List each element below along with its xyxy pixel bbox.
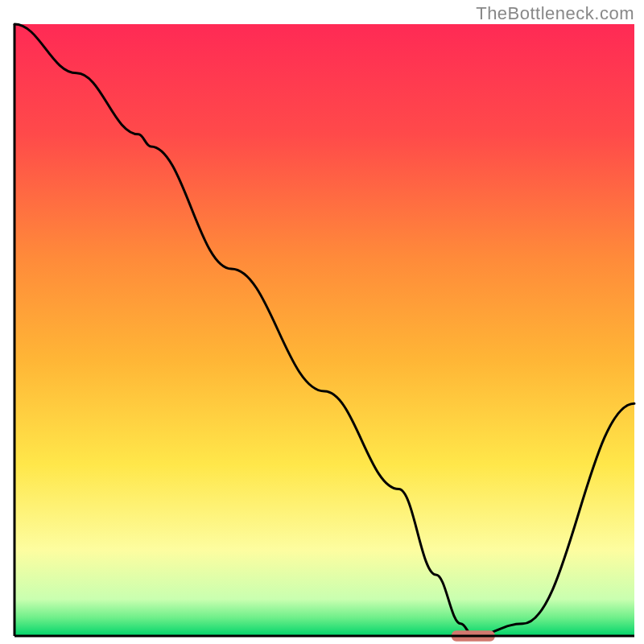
watermark: TheBottleneck.com [476,3,634,24]
bottleneck-chart [0,0,644,644]
gradient-background [14,24,634,636]
